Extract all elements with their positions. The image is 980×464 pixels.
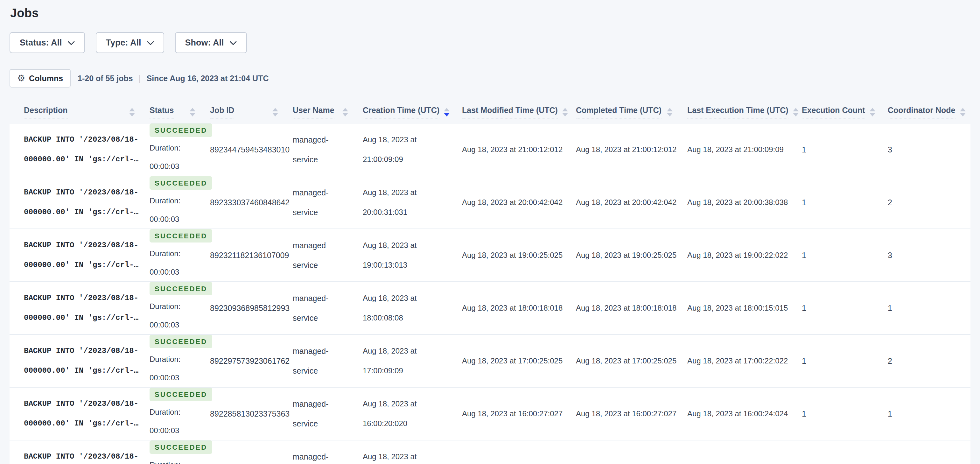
duration-value: 00:00:03 (150, 368, 197, 387)
duration-label: Duration: (150, 139, 197, 157)
job-id: 892285813023375363 (204, 387, 286, 440)
job-status: SUCCEEDEDDuration:00:00:03 (143, 229, 204, 282)
execution-count: 1 (795, 282, 881, 335)
job-status: SUCCEEDEDDuration:00:00:03 (143, 282, 204, 335)
show-filter-label: Show: All (185, 38, 224, 48)
last-execution-time: Aug 18, 2023 at 20:00:38:038 (681, 176, 795, 229)
job-description: BACKUP INTO '/2023/08/18-000000.00' IN '… (10, 335, 143, 387)
column-header-coordinator-node[interactable]: Coordinator Node (881, 94, 970, 123)
completed-time: Aug 18, 2023 at 21:00:12:012 (570, 123, 681, 176)
table-row[interactable]: BACKUP INTO '/2023/08/18-000000.00' IN '… (10, 335, 970, 387)
type-filter-dropdown[interactable]: Type: All (96, 32, 164, 53)
sort-icon[interactable] (793, 108, 799, 116)
user-name: managed-service (286, 123, 356, 176)
duration-value: 00:00:03 (150, 157, 197, 176)
last-execution-time: Aug 18, 2023 at 17:00:22:022 (681, 335, 795, 387)
status-badge: SUCCEEDED (150, 335, 212, 348)
creation-time: Aug 18, 2023 at 20:00:31:031 (356, 176, 456, 229)
status-badge: SUCCEEDED (150, 176, 212, 190)
status-badge: SUCCEEDED (150, 229, 212, 242)
table-row[interactable]: BACKUP INTO '/2023/08/18-000000.00' IN '… (10, 176, 970, 229)
completed-time: Aug 18, 2023 at 19:00:25:025 (570, 229, 681, 282)
column-header-last-execution-time[interactable]: Last Execution Time (UTC) (681, 94, 795, 123)
sort-icon[interactable] (129, 108, 135, 116)
last-modified-time: Aug 18, 2023 at 19:00:25:025 (456, 229, 570, 282)
gear-icon: ⚙ (17, 74, 25, 83)
execution-count: 1 (795, 229, 881, 282)
last-modified-time: Aug 18, 2023 at 18:00:18:018 (456, 282, 570, 335)
sort-icon[interactable] (960, 108, 966, 116)
user-name: managed-service (286, 176, 356, 229)
column-header-creation-time[interactable]: Creation Time (UTC) (356, 94, 456, 123)
job-description: BACKUP INTO '/2023/08/18-000000.00' IN '… (10, 229, 143, 282)
columns-button-label: Columns (29, 74, 63, 83)
columns-button[interactable]: ⚙ Columns (10, 69, 71, 88)
column-header-job-id[interactable]: Job ID (204, 94, 286, 123)
chevron-down-icon (230, 41, 237, 46)
duration-value: 00:00:03 (150, 263, 197, 281)
creation-time: Aug 18, 2023 at 16:00:20:020 (356, 387, 456, 440)
last-modified-time: Aug 18, 2023 at 21:00:12:012 (456, 123, 570, 176)
duration-label: Duration: (150, 350, 197, 368)
job-description: BACKUP INTO '/2023/08/18-000000.00' IN '… (10, 387, 143, 440)
coordinator-node: 2 (881, 176, 970, 229)
job-description: BACKUP INTO '/2023/08/18-000000.00' IN '… (10, 176, 143, 229)
sort-icon[interactable] (272, 108, 278, 116)
status-badge: SUCCEEDED (150, 440, 212, 454)
page-title: Jobs (10, 6, 970, 20)
status-badge: SUCCEEDED (150, 123, 212, 137)
column-header-label: Status (150, 106, 174, 118)
completed-time: Aug 18, 2023 at 18:00:18:018 (570, 282, 681, 335)
since-text: Since Aug 16, 2023 at 21:04 UTC (147, 74, 269, 83)
column-header-label: Coordinator Node (888, 106, 956, 118)
column-header-description[interactable]: Description (10, 94, 143, 123)
duration-value: 00:00:03 (150, 421, 197, 440)
sort-icon[interactable] (342, 108, 348, 116)
job-status: SUCCEEDEDDuration:00:00:03 (143, 440, 204, 464)
job-description: BACKUP INTO '/2023/08/18-000000.00' IN '… (10, 440, 143, 464)
coordinator-node: 3 (881, 229, 970, 282)
column-header-label: Completed Time (UTC) (576, 106, 662, 118)
table-row[interactable]: BACKUP INTO '/2023/08/18-000000.00' IN '… (10, 282, 970, 335)
column-header-label: Job ID (210, 106, 234, 118)
column-header-last-modified-time[interactable]: Last Modified Time (UTC) (456, 94, 570, 123)
status-filter-dropdown[interactable]: Status: All (10, 32, 85, 53)
column-header-label: Description (24, 106, 68, 118)
column-header-user-name[interactable]: User Name (286, 94, 356, 123)
column-header-label: User Name (293, 106, 334, 118)
user-name: managed-service (286, 282, 356, 335)
execution-count: 1 (795, 123, 881, 176)
creation-time: Aug 18, 2023 at 17:00:09:09 (356, 335, 456, 387)
duration-value: 00:00:03 (150, 210, 197, 228)
column-header-status[interactable]: Status (143, 94, 204, 123)
sort-icon-active-desc[interactable] (444, 108, 450, 116)
table-row[interactable]: BACKUP INTO '/2023/08/18-000000.00' IN '… (10, 387, 970, 440)
last-execution-time: Aug 18, 2023 at 16:00:24:024 (681, 387, 795, 440)
last-execution-time: Aug 18, 2023 at 21:00:09:09 (681, 123, 795, 176)
filter-bar: Status: All Type: All Show: All (10, 32, 970, 53)
table-row[interactable]: BACKUP INTO '/2023/08/18-000000.00' IN '… (10, 440, 970, 464)
column-header-execution-count[interactable]: Execution Count (795, 94, 881, 123)
user-name: managed-service (286, 387, 356, 440)
job-description: BACKUP INTO '/2023/08/18-000000.00' IN '… (10, 282, 143, 335)
show-filter-dropdown[interactable]: Show: All (175, 32, 247, 53)
sort-icon[interactable] (870, 108, 875, 116)
table-row[interactable]: BACKUP INTO '/2023/08/18-000000.00' IN '… (10, 123, 970, 176)
user-name: managed-service (286, 335, 356, 387)
chevron-down-icon (68, 41, 75, 46)
column-header-completed-time[interactable]: Completed Time (UTC) (570, 94, 681, 123)
sort-icon[interactable] (562, 108, 568, 116)
execution-count: 1 (795, 176, 881, 229)
duration-value: 00:00:03 (150, 316, 197, 334)
jobs-page: Jobs Status: All Type: All Show: All ⚙ C… (0, 0, 980, 464)
duration-label: Duration: (150, 403, 197, 421)
sort-icon[interactable] (189, 108, 196, 116)
completed-time: Aug 18, 2023 at 20:00:42:042 (570, 176, 681, 229)
sort-icon[interactable] (667, 108, 673, 116)
last-modified-time: Aug 18, 2023 at 16:00:27:027 (456, 387, 570, 440)
job-id: 892297573923061762 (204, 335, 286, 387)
table-row[interactable]: BACKUP INTO '/2023/08/18-000000.00' IN '… (10, 229, 970, 282)
job-description: BACKUP INTO '/2023/08/18-000000.00' IN '… (10, 123, 143, 176)
column-header-label: Creation Time (UTC) (363, 106, 439, 118)
status-filter-label: Status: All (20, 38, 62, 48)
